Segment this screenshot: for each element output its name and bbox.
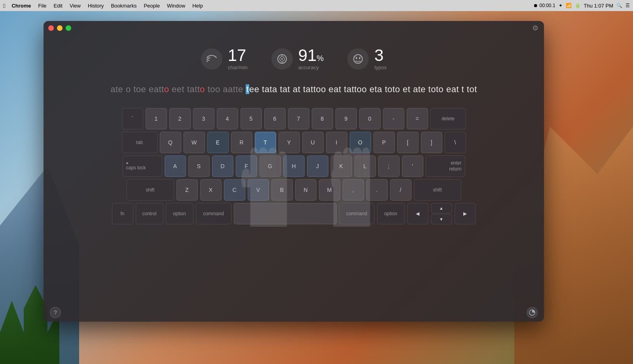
key-tab[interactable]: tab bbox=[122, 132, 157, 153]
key-command-right[interactable]: command bbox=[339, 203, 375, 224]
key-g[interactable]: G bbox=[260, 155, 281, 177]
key-y[interactable]: Y bbox=[279, 132, 300, 153]
key-x[interactable]: X bbox=[200, 179, 222, 201]
svg-point-7 bbox=[359, 57, 360, 59]
key-a[interactable]: A bbox=[165, 155, 186, 177]
key-arrow-left[interactable]: ◀ bbox=[407, 203, 428, 224]
list-icon[interactable]: ☰ bbox=[625, 3, 630, 8]
key-b[interactable]: B bbox=[271, 179, 293, 201]
key-delete[interactable]: delete bbox=[430, 108, 466, 129]
key-fn[interactable]: fn bbox=[112, 203, 133, 224]
window-bottom: ? bbox=[44, 303, 544, 322]
stat-accuracy: 91% accuracy bbox=[271, 47, 324, 70]
keyboard-row-asdf: caps lock A S D F G H J K L ; ' enter re… bbox=[67, 155, 520, 177]
key-u[interactable]: U bbox=[302, 132, 324, 153]
key-8[interactable]: 8 bbox=[312, 108, 333, 129]
window-controls bbox=[48, 25, 71, 31]
key-h[interactable]: H bbox=[283, 155, 305, 177]
key-k[interactable]: K bbox=[331, 155, 352, 177]
text-remaining: ee tata tat at tattoo eat tattoo eta tot… bbox=[249, 84, 477, 94]
key-semicolon[interactable]: ; bbox=[378, 155, 400, 177]
key-backslash[interactable]: \ bbox=[445, 132, 466, 153]
cursor-position: t bbox=[246, 84, 249, 94]
key-4[interactable]: 4 bbox=[217, 108, 238, 129]
key-control[interactable]: control bbox=[136, 203, 163, 224]
key-t[interactable]: T bbox=[255, 132, 276, 153]
key-m[interactable]: M bbox=[319, 179, 340, 201]
key-arrow-up[interactable]: ▲ bbox=[431, 203, 452, 213]
help-button[interactable]: ? bbox=[50, 307, 61, 318]
key-9[interactable]: 9 bbox=[335, 108, 357, 129]
key-r[interactable]: R bbox=[231, 132, 252, 153]
typos-label: typos bbox=[374, 64, 387, 70]
key-7[interactable]: 7 bbox=[288, 108, 309, 129]
clock: Thu 1:07 PM bbox=[584, 3, 613, 9]
key-5[interactable]: 5 bbox=[241, 108, 262, 129]
key-quote[interactable]: ' bbox=[402, 155, 423, 177]
key-l[interactable]: L bbox=[354, 155, 376, 177]
typed-text-done3: too aatte bbox=[205, 84, 246, 94]
key-q[interactable]: Q bbox=[160, 132, 181, 153]
key-comma[interactable]: , bbox=[343, 179, 364, 201]
key-p[interactable]: P bbox=[373, 132, 395, 153]
menu-bookmarks[interactable]: Bookmarks bbox=[108, 2, 140, 9]
key-3[interactable]: 3 bbox=[193, 108, 214, 129]
menu-window[interactable]: Window bbox=[164, 2, 188, 9]
key-6[interactable]: 6 bbox=[264, 108, 286, 129]
key-period[interactable]: . bbox=[366, 179, 388, 201]
gear-icon[interactable]: ⚙ bbox=[532, 24, 538, 32]
menu-history[interactable]: History bbox=[85, 2, 107, 9]
stat-speed: 17 char/min bbox=[201, 47, 248, 70]
keyboard-area: ` 1 2 3 4 5 6 7 8 9 0 - = delete tab Q W… bbox=[44, 104, 544, 235]
key-shift-right[interactable]: shift bbox=[414, 179, 461, 201]
keyboard-row-zxcv: shift Z X C V B N M , . / shift bbox=[67, 179, 520, 201]
key-arrow-right[interactable]: ▶ bbox=[455, 203, 476, 224]
key-s[interactable]: S bbox=[188, 155, 210, 177]
key-z[interactable]: Z bbox=[176, 179, 198, 201]
key-1[interactable]: 1 bbox=[146, 108, 167, 129]
key-d[interactable]: D bbox=[212, 155, 233, 177]
stat-typos-text: 3 typos bbox=[374, 47, 387, 70]
key-w[interactable]: W bbox=[184, 132, 205, 153]
key-shift-left[interactable]: shift bbox=[127, 179, 174, 201]
menu-chrome[interactable]: Chrome bbox=[8, 2, 34, 9]
key-slash[interactable]: / bbox=[390, 179, 411, 201]
menu-file[interactable]: File bbox=[35, 2, 50, 9]
key-j[interactable]: J bbox=[307, 155, 328, 177]
minimize-button[interactable] bbox=[57, 25, 63, 31]
menu-edit[interactable]: Edit bbox=[51, 2, 66, 9]
key-enter[interactable]: enter return bbox=[426, 155, 465, 177]
key-capslock[interactable]: caps lock bbox=[123, 155, 162, 177]
keyboard-row-numbers: ` 1 2 3 4 5 6 7 8 9 0 - = delete bbox=[67, 108, 520, 129]
window-titlebar: ⚙ bbox=[44, 21, 544, 35]
typed-text-done: ate o toe eatt bbox=[110, 84, 164, 94]
menu-people[interactable]: People bbox=[140, 2, 163, 9]
key-o[interactable]: O bbox=[350, 132, 371, 153]
key-option-right[interactable]: option bbox=[377, 203, 405, 224]
key-arrow-down[interactable]: ▼ bbox=[431, 214, 452, 224]
maximize-button[interactable] bbox=[66, 25, 71, 31]
menu-view[interactable]: View bbox=[66, 2, 84, 9]
apple-logo[interactable]:  bbox=[3, 2, 5, 9]
key-space[interactable] bbox=[234, 203, 337, 224]
close-button[interactable] bbox=[48, 25, 54, 31]
typed-text-error1: o bbox=[164, 84, 169, 94]
key-bracket-left[interactable]: [ bbox=[397, 132, 419, 153]
key-0[interactable]: 0 bbox=[359, 108, 381, 129]
key-i[interactable]: I bbox=[326, 132, 347, 153]
key-equals[interactable]: = bbox=[407, 108, 428, 129]
key-n[interactable]: N bbox=[295, 179, 316, 201]
key-e[interactable]: E bbox=[207, 132, 229, 153]
key-2[interactable]: 2 bbox=[169, 108, 191, 129]
key-command-left[interactable]: command bbox=[196, 203, 231, 224]
menu-help[interactable]: Help bbox=[189, 2, 206, 9]
progress-button[interactable] bbox=[527, 307, 538, 318]
key-option-left[interactable]: option bbox=[166, 203, 193, 224]
key-f[interactable]: F bbox=[236, 155, 257, 177]
key-backtick[interactable]: ` bbox=[122, 108, 143, 129]
key-bracket-right[interactable]: ] bbox=[421, 132, 442, 153]
key-v[interactable]: V bbox=[248, 179, 269, 201]
key-c[interactable]: C bbox=[224, 179, 245, 201]
search-icon[interactable]: 🔍 bbox=[616, 3, 622, 8]
key-minus[interactable]: - bbox=[383, 108, 404, 129]
